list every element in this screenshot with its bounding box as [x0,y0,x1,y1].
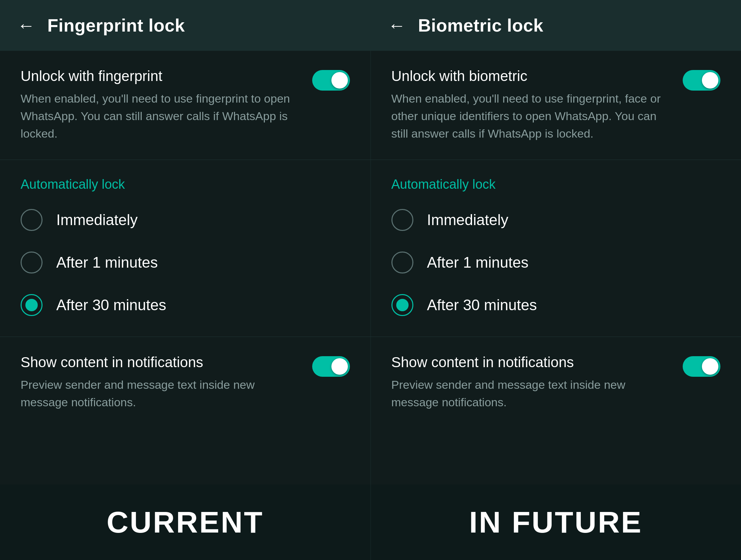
right-unlock-toggle-container [683,68,720,91]
left-unlock-description: When enabled, you'll need to use fingerp… [21,90,298,142]
left-panel: ← Fingerprint lock Unlock with fingerpri… [0,0,371,485]
left-unlock-title: Unlock with fingerprint [21,68,298,84]
left-radio-circle-immediately [21,209,43,231]
right-notifications-toggle-container [683,354,720,377]
left-notifications-text: Show content in notifications Preview se… [21,354,298,411]
right-header-title: Biometric lock [418,15,543,36]
left-unlock-toggle-container [312,68,350,91]
left-notifications-title: Show content in notifications [21,354,298,371]
right-radio-circle-immediately [391,209,413,231]
right-radio-circle-1min [391,252,413,273]
left-radio-immediately[interactable]: Immediately [21,199,350,241]
left-radio-label-immediately: Immediately [56,211,138,229]
right-radio-label-30min: After 30 minutes [427,296,537,314]
right-radio-circle-30min [391,294,413,316]
right-notifications-text: Show content in notifications Preview se… [391,354,669,411]
right-notifications-section: Show content in notifications Preview se… [371,337,741,428]
current-label: CURRENT [107,505,264,540]
future-label: IN FUTURE [469,505,643,540]
right-radio-immediately[interactable]: Immediately [391,199,721,241]
right-header: ← Biometric lock [371,0,741,51]
right-auto-lock-title: Automatically lock [391,177,721,192]
left-header: ← Fingerprint lock [0,0,370,51]
right-unlock-title: Unlock with biometric [391,68,669,84]
left-unlock-section: Unlock with fingerprint When enabled, yo… [0,51,370,160]
right-notifications-description: Preview sender and message text inside n… [391,376,669,411]
left-radio-label-1min: After 1 minutes [56,254,158,271]
bottom-labels: CURRENT IN FUTURE [0,485,741,560]
left-radio-circle-30min [21,294,43,316]
right-unlock-section: Unlock with biometric When enabled, you'… [371,51,741,160]
left-radio-30min[interactable]: After 30 minutes [21,284,350,326]
right-panel: ← Biometric lock Unlock with biometric W… [371,0,741,485]
right-radio-30min[interactable]: After 30 minutes [391,284,721,326]
left-radio-label-30min: After 30 minutes [56,296,166,314]
left-notifications-description: Preview sender and message text inside n… [21,376,298,411]
left-radio-circle-1min [21,252,43,273]
right-radio-label-1min: After 1 minutes [427,254,529,271]
left-notifications-toggle[interactable] [312,356,350,377]
left-content: Unlock with fingerprint When enabled, yo… [0,51,370,485]
right-notifications-title: Show content in notifications [391,354,669,371]
right-radio-options: Immediately After 1 minutes After 30 min… [391,195,721,330]
left-header-title: Fingerprint lock [47,15,185,36]
left-radio-options: Immediately After 1 minutes After 30 min… [21,195,350,330]
left-auto-lock-title: Automatically lock [21,177,350,192]
right-unlock-description: When enabled, you'll need to use fingerp… [391,90,669,142]
left-unlock-toggle[interactable] [312,70,350,91]
right-radio-label-immediately: Immediately [427,211,508,229]
left-back-button[interactable]: ← [17,16,35,34]
right-back-button[interactable]: ← [388,16,406,34]
left-notifications-section: Show content in notifications Preview se… [0,337,370,428]
right-content: Unlock with biometric When enabled, you'… [371,51,741,485]
left-radio-1min[interactable]: After 1 minutes [21,241,350,284]
left-auto-lock-section: Automatically lock Immediately After 1 m… [0,160,370,337]
right-radio-1min[interactable]: After 1 minutes [391,241,721,284]
right-auto-lock-section: Automatically lock Immediately After 1 m… [371,160,741,337]
right-unlock-toggle[interactable] [683,70,720,91]
bottom-right-label: IN FUTURE [371,485,741,560]
right-unlock-text: Unlock with biometric When enabled, you'… [391,68,669,142]
bottom-left-label: CURRENT [0,485,371,560]
right-notifications-toggle[interactable] [683,356,720,377]
left-unlock-text: Unlock with fingerprint When enabled, yo… [21,68,298,142]
left-notifications-toggle-container [312,354,350,377]
